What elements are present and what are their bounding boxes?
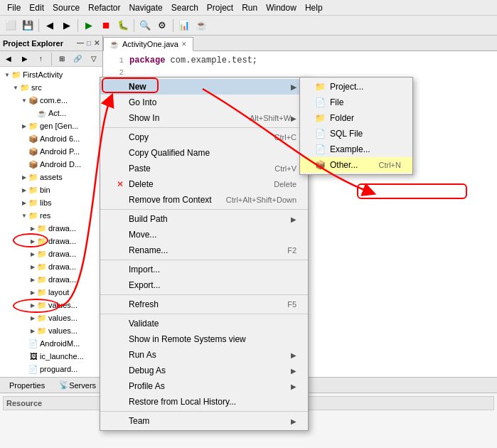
menu-file[interactable]: File: [3, 1, 25, 14]
ctx-item-copy-qualified-name[interactable]: Copy Qualified Name: [100, 145, 308, 161]
toolbar-btn-save[interactable]: 💾: [20, 18, 36, 33]
tree-toggle-icon[interactable]: [20, 134, 28, 143]
tree-toggle-icon[interactable]: ▶: [28, 288, 37, 297]
tree-item[interactable]: ▶📁gen [Gen...: [0, 119, 102, 132]
tree-toggle-icon[interactable]: [28, 109, 37, 117]
ctx-item-validate[interactable]: Validate: [100, 316, 308, 331]
ctx-item-import---[interactable]: Import...: [100, 262, 308, 277]
menu-run[interactable]: Run: [237, 1, 262, 14]
tree-item[interactable]: ▶📁drawa...: [0, 273, 102, 286]
tree-item[interactable]: ▶📁values...: [0, 324, 102, 337]
tree-item[interactable]: ▶📁bin: [0, 183, 102, 196]
tree-item[interactable]: ▶📁drawa...: [0, 247, 102, 260]
nav-up-btn[interactable]: ↑: [33, 51, 48, 67]
submenu-item-folder[interactable]: 📁Folder: [300, 110, 412, 126]
toolbar-btn-back[interactable]: ◀: [42, 18, 58, 33]
tree-toggle-icon[interactable]: ▼: [20, 211, 28, 220]
ctx-item-team[interactable]: Team▶: [100, 413, 308, 429]
tree-item[interactable]: ▶📁values...: [0, 299, 102, 311]
tree-toggle-icon[interactable]: ▶: [20, 122, 28, 130]
submenu-item-other---[interactable]: 📦Other...Ctrl+N: [300, 157, 412, 173]
tree-toggle-icon[interactable]: ▶: [28, 250, 37, 258]
tree-toggle-icon[interactable]: ▶: [28, 326, 37, 335]
tree-item[interactable]: 🖼ic_launche...: [0, 350, 102, 363]
tree-item[interactable]: ▼📦com.e...: [0, 94, 102, 107]
ctx-item-delete[interactable]: ✕DeleteDelete: [100, 176, 308, 192]
nav-forward-btn[interactable]: ▶: [18, 51, 33, 67]
tree-item[interactable]: 📦Android P...: [0, 145, 102, 158]
ctx-item-new[interactable]: New▶: [100, 79, 308, 95]
ctx-item-copy[interactable]: CopyCtrl+C: [100, 129, 308, 145]
submenu-item-file[interactable]: 📄File: [300, 95, 412, 110]
ctx-item-restore-from-local-history---[interactable]: Restore from Local History...: [100, 394, 308, 410]
tree-toggle-icon[interactable]: ▼: [20, 96, 28, 105]
nav-link-btn[interactable]: 🔗: [70, 51, 85, 67]
ctx-item-build-path[interactable]: Build Path▶: [100, 211, 308, 227]
tree-item[interactable]: 📄proguard...: [0, 363, 102, 375]
nav-back-btn[interactable]: ◀: [1, 51, 16, 67]
ctx-item-paste[interactable]: PasteCtrl+V: [100, 161, 308, 176]
ctx-item-debug-as[interactable]: Debug As▶: [100, 363, 308, 378]
tree-toggle-icon[interactable]: ▼: [11, 83, 20, 92]
tab-close-icon[interactable]: ✕: [181, 41, 187, 48]
menu-window[interactable]: Window: [262, 1, 301, 14]
ctx-item-show-in[interactable]: Show InAlt+Shift+W▶: [100, 110, 308, 126]
toolbar-btn-search[interactable]: 🔍: [137, 18, 153, 33]
tree-toggle-icon[interactable]: ▶: [28, 314, 37, 322]
tree-item[interactable]: ☕Act...: [0, 107, 102, 119]
tree-toggle-icon[interactable]: [20, 365, 28, 373]
tree-item[interactable]: ▼📁res: [0, 209, 102, 222]
toolbar-btn-perspective[interactable]: 📊: [176, 18, 192, 33]
toolbar-btn-forward[interactable]: ▶: [59, 18, 75, 33]
nav-menu-btn[interactable]: ▽: [87, 51, 102, 67]
close-panel-icon[interactable]: ✕: [94, 39, 100, 47]
ctx-item-profile-as[interactable]: Profile As▶: [100, 378, 308, 394]
submenu-item-project---[interactable]: 📁Project...: [300, 79, 412, 95]
tree-item[interactable]: ▶📁layout: [0, 286, 102, 299]
tree-item[interactable]: ▶📁values...: [0, 311, 102, 324]
ctx-item-run-as[interactable]: Run As▶: [100, 347, 308, 363]
ctx-item-refresh[interactable]: RefreshF5: [100, 297, 308, 312]
tree-toggle-icon[interactable]: ▶: [28, 301, 37, 309]
bottom-tab-properties[interactable]: Properties: [3, 378, 51, 393]
tree-toggle-icon[interactable]: ▶: [28, 224, 37, 233]
tree-item[interactable]: ▶📁drawa...: [0, 235, 102, 247]
menu-refactor[interactable]: Refactor: [84, 1, 124, 14]
tree-item[interactable]: ▶📁libs: [0, 196, 102, 209]
ctx-item-move---[interactable]: Move...: [100, 227, 308, 242]
tree-toggle-icon[interactable]: ▶: [28, 237, 37, 245]
toolbar-btn-java[interactable]: ☕: [193, 18, 209, 33]
tree-item[interactable]: 📄project.p...: [0, 375, 102, 377]
tree-item[interactable]: 📄AndroidM...: [0, 337, 102, 350]
ctx-item-show-in-remote-systems-view[interactable]: Show in Remote Systems view: [100, 331, 308, 347]
menu-help[interactable]: Help: [301, 1, 327, 14]
menu-navigate[interactable]: Navigate: [124, 1, 166, 14]
tree-toggle-icon[interactable]: [20, 339, 28, 348]
tree-toggle-icon[interactable]: [20, 147, 28, 156]
toolbar-btn-run[interactable]: ▶: [81, 18, 97, 33]
tree-toggle-icon[interactable]: [20, 352, 28, 361]
tree-item[interactable]: 📦Android D...: [0, 158, 102, 171]
tree-item[interactable]: ▼📁FirstActivity: [0, 68, 102, 81]
tree-item[interactable]: ▶📁drawa...: [0, 260, 102, 273]
tree-toggle-icon[interactable]: ▶: [28, 275, 37, 284]
toolbar-btn-settings[interactable]: ⚙: [154, 18, 170, 33]
maximize-icon[interactable]: □: [87, 39, 91, 47]
toolbar-btn-new[interactable]: ⬜: [3, 18, 18, 33]
nav-collapse-btn[interactable]: ⊞: [54, 51, 69, 67]
editor-tab-activity[interactable]: ☕ ActivityOne.java ✕: [103, 37, 193, 51]
menu-source[interactable]: Source: [48, 1, 84, 14]
submenu-item-example---[interactable]: 📄Example...: [300, 142, 412, 157]
toolbar-btn-stop[interactable]: ⏹: [98, 18, 114, 33]
toolbar-btn-debug[interactable]: 🐛: [115, 18, 131, 33]
ctx-item-rename---[interactable]: Rename...F2: [100, 242, 308, 258]
tree-toggle-icon[interactable]: ▶: [28, 262, 37, 271]
tree-toggle-icon[interactable]: ▼: [3, 70, 11, 79]
tree-item[interactable]: ▼📁src: [0, 81, 102, 94]
minimize-icon[interactable]: —: [77, 39, 84, 47]
ctx-item-go-into[interactable]: Go Into: [100, 95, 308, 110]
ctx-item-remove-from-context[interactable]: Remove from ContextCtrl+Alt+Shift+Down: [100, 192, 308, 208]
tree-item[interactable]: ▶📁drawa...: [0, 222, 102, 235]
tree-item[interactable]: 📦Android 6...: [0, 132, 102, 145]
menu-project[interactable]: Project: [203, 1, 237, 14]
